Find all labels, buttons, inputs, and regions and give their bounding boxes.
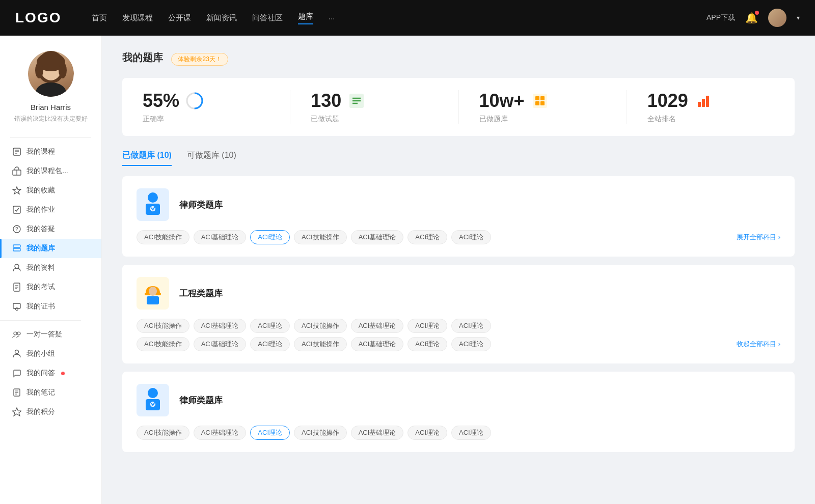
group-icon: [12, 349, 21, 358]
expand-link-1[interactable]: 展开全部科目 ›: [737, 233, 780, 242]
sidebar-item-label: 我的作业: [26, 205, 55, 214]
tags-container-eng-1: ACI技能操作 ACI基础理论 ACI理论 ACI技能操作 ACI基础理论 AC…: [137, 319, 780, 333]
app-download-button[interactable]: APP下载: [707, 13, 735, 22]
l2-tag-4[interactable]: ACI基础理论: [351, 426, 404, 440]
tag-5[interactable]: ACI理论: [408, 230, 447, 244]
collapse-link-eng[interactable]: 收起全部科目 ›: [737, 340, 780, 349]
sidebar-item-exam[interactable]: 我的考试: [0, 277, 101, 297]
svg-rect-40: [533, 94, 547, 108]
sidebar-item-course-package[interactable]: 我的课程包...: [0, 161, 101, 181]
tag-4[interactable]: ACI基础理论: [351, 230, 404, 244]
sidebar-item-label: 一对一答疑: [26, 330, 62, 339]
main-content: 我的题库 体验剩余23天！ 55% 正确率 130: [102, 36, 815, 504]
star-icon: [12, 186, 21, 195]
qbank-card-lawyer-2: 律师类题库 ACI技能操作 ACI基础理论 ACI理论 ACI技能操作 ACI基…: [122, 372, 795, 452]
eng-tag-5[interactable]: ACI理论: [408, 319, 447, 333]
sidebar-item-qbank[interactable]: 我的题库: [0, 239, 101, 258]
sidebar-item-profile[interactable]: 我的资料: [0, 258, 101, 277]
svg-point-56: [150, 401, 156, 407]
l2-tag-3[interactable]: ACI技能操作: [294, 426, 347, 440]
svg-rect-43: [535, 101, 539, 105]
tag-0[interactable]: ACI技能操作: [137, 230, 189, 244]
svg-point-26: [17, 332, 20, 335]
sidebar-item-label: 我的答疑: [26, 225, 55, 234]
stat-top: 130: [311, 90, 366, 111]
eng2-tag-1[interactable]: ACI基础理论: [194, 337, 247, 351]
svg-point-48: [148, 192, 158, 203]
nav-more[interactable]: ···: [329, 14, 335, 22]
tag-3[interactable]: ACI技能操作: [294, 230, 347, 244]
sidebar-item-cert[interactable]: 我的证书: [0, 297, 101, 316]
eng2-tag-0[interactable]: ACI技能操作: [137, 337, 189, 351]
qbank-header-l2: 律师类题库: [137, 384, 780, 416]
sidebar-menu: 我的课程 我的课程包... 我的收藏 我的作业 ? 我的答疑 我的题库: [0, 142, 101, 422]
avatar-svg: [28, 51, 74, 97]
qbank-header: 律师类题库: [137, 188, 780, 221]
user-name: Brian Harris: [31, 103, 71, 111]
eng2-tag-3[interactable]: ACI技能操作: [294, 337, 347, 351]
lawyer-icon-2: [141, 386, 165, 414]
cert-icon: [12, 302, 21, 311]
svg-text:?: ?: [15, 227, 18, 232]
eng-tag-1[interactable]: ACI基础理论: [194, 319, 247, 333]
sidebar-item-group[interactable]: 我的小组: [0, 344, 101, 363]
sidebar-item-label: 我的资料: [26, 263, 55, 272]
svg-rect-17: [13, 248, 20, 251]
eng2-tag-5[interactable]: ACI理论: [408, 337, 447, 351]
list-icon: [347, 92, 366, 110]
eng-tag-2[interactable]: ACI理论: [250, 319, 290, 333]
nav-qa[interactable]: 问答社区: [252, 13, 283, 23]
qbank-header-eng: 工程类题库: [137, 277, 780, 310]
nav-discover[interactable]: 发现课程: [122, 13, 153, 23]
svg-point-50: [150, 206, 156, 212]
sidebar-item-my-course[interactable]: 我的课程: [0, 142, 101, 161]
stat-top: 55%: [143, 90, 204, 111]
note-icon: [12, 388, 21, 397]
accuracy-value: 55%: [143, 90, 179, 111]
sidebar-item-my-qa[interactable]: 我的问答: [0, 363, 101, 383]
l2-tag-5[interactable]: ACI理论: [408, 426, 447, 440]
l2-tag-2[interactable]: ACI理论: [250, 426, 290, 440]
nav-news[interactable]: 新闻资讯: [206, 13, 237, 23]
sidebar-item-oneone[interactable]: 一对一答疑: [0, 325, 101, 344]
nav-open-course[interactable]: 公开课: [168, 13, 191, 23]
eng-tag-4[interactable]: ACI基础理论: [351, 319, 404, 333]
sidebar-item-notes[interactable]: 我的笔记: [0, 383, 101, 402]
eng-tag-3[interactable]: ACI技能操作: [294, 319, 347, 333]
sidebar-item-label: 我的问答: [26, 369, 55, 378]
svg-point-54: [148, 388, 158, 398]
eng2-tag-4[interactable]: ACI基础理论: [351, 337, 404, 351]
nav-qbank[interactable]: 题库: [298, 12, 313, 24]
points-icon: [12, 407, 21, 416]
bar-chart-icon: [694, 92, 713, 110]
avatar-dropdown-arrow[interactable]: ▾: [797, 14, 800, 21]
qbank-title-lawyer-1: 律师类题库: [179, 199, 223, 211]
tab-available[interactable]: 可做题库 (10): [187, 150, 236, 166]
eng-tag-6[interactable]: ACI理论: [451, 319, 491, 333]
qbank-avatar-engineer: [137, 277, 169, 310]
tag-1[interactable]: ACI基础理论: [194, 230, 247, 244]
sidebar-item-favorites[interactable]: 我的收藏: [0, 181, 101, 200]
sidebar-item-homework[interactable]: 我的作业: [0, 200, 101, 219]
svg-point-27: [15, 350, 19, 354]
tab-done[interactable]: 已做题库 (10): [122, 150, 172, 166]
notification-bell[interactable]: 🔔: [745, 12, 758, 24]
grid-icon: [531, 92, 549, 110]
tags-container-l2: ACI技能操作 ACI基础理论 ACI理论 ACI技能操作 ACI基础理论 AC…: [137, 426, 780, 440]
eng2-tag-6[interactable]: ACI理论: [451, 337, 491, 351]
sidebar-item-label: 我的课程: [26, 147, 55, 156]
svg-rect-16: [13, 245, 20, 247]
tag-6[interactable]: ACI理论: [451, 230, 491, 244]
eng2-tag-2[interactable]: ACI理论: [250, 337, 290, 351]
page-title: 我的题库: [122, 51, 163, 65]
tag-2[interactable]: ACI理论: [250, 230, 290, 244]
eng-tag-0[interactable]: ACI技能操作: [137, 319, 189, 333]
user-avatar[interactable]: [768, 9, 786, 27]
l2-tag-1[interactable]: ACI基础理论: [194, 426, 247, 440]
nav-links: 首页 发现课程 公开课 新闻资讯 问答社区 题库 ···: [92, 12, 707, 24]
l2-tag-0[interactable]: ACI技能操作: [137, 426, 189, 440]
sidebar-item-points[interactable]: 我的积分: [0, 402, 101, 422]
nav-home[interactable]: 首页: [92, 13, 107, 23]
sidebar-item-qa[interactable]: ? 我的答疑: [0, 219, 101, 239]
l2-tag-6[interactable]: ACI理论: [451, 426, 491, 440]
